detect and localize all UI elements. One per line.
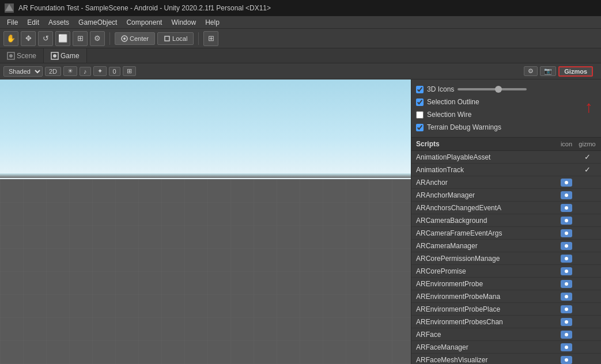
eye-icon[interactable]	[561, 229, 572, 237]
eye-icon[interactable]	[561, 356, 572, 364]
eye-icon[interactable]	[561, 255, 572, 263]
eye-icon[interactable]	[561, 343, 572, 351]
audio-btn[interactable]: ♪	[80, 67, 91, 76]
list-item[interactable]: AREnvironmentProbesChan	[411, 316, 601, 328]
menu-help[interactable]: Help	[201, 16, 224, 28]
3d-icons-slider[interactable]	[458, 88, 527, 90]
main-area: 3D Icons Selection Outline Selection Wir…	[0, 79, 601, 364]
gizmos-settings: 3D Icons Selection Outline Selection Wir…	[411, 79, 601, 138]
setting-3d-icons: 3D Icons	[416, 83, 596, 96]
list-item[interactable]: ARAnchorsChangedEventA	[411, 202, 601, 214]
list-item[interactable]: ARAnchor	[411, 176, 601, 189]
checkbox-selection-wire[interactable]	[416, 111, 424, 119]
col-gizmo-label: gizmo	[578, 141, 596, 147]
scene-toolbar: Shaded 2D ☀ ♪ ✦ 0 ⊞ ⚙ 📷 Gizmos	[0, 63, 601, 79]
setting-selection-wire: Selection Wire	[416, 108, 596, 121]
menu-assets[interactable]: Assets	[44, 16, 74, 28]
tab-game[interactable]: Game	[44, 48, 87, 63]
svg-point-5	[9, 54, 13, 58]
pivot-local-btn[interactable]: Local	[157, 32, 194, 45]
shading-dropdown[interactable]: Shaded	[3, 66, 43, 77]
pivot-center-btn[interactable]: Center	[115, 32, 155, 45]
checkbox-selection-outline[interactable]	[416, 98, 424, 106]
col-icon-label: icon	[557, 141, 576, 147]
list-item[interactable]: AnimationTrack ✓	[411, 164, 601, 176]
fx-btn[interactable]: ✦	[93, 66, 107, 76]
scene-grid	[0, 179, 411, 364]
checkbox-3d-icons[interactable]	[416, 86, 424, 93]
eye-icon[interactable]	[561, 280, 572, 288]
list-item[interactable]: ARFaceMeshVisualizer	[411, 354, 601, 364]
script-icons: ✓	[557, 153, 596, 161]
script-icons: ✓	[557, 165, 596, 174]
menu-edit[interactable]: Edit	[22, 16, 44, 28]
eye-icon[interactable]	[561, 179, 572, 187]
svg-rect-3	[165, 36, 169, 41]
list-item[interactable]: ARAnchorManager	[411, 189, 601, 202]
hand-tool[interactable]: ✋	[3, 31, 18, 46]
eye-icon[interactable]	[561, 318, 572, 326]
2d-btn[interactable]: 2D	[45, 67, 61, 76]
eye-icon[interactable]	[561, 191, 572, 199]
titlebar: AR Foundation Test - SampleScene - Andro…	[0, 0, 601, 16]
menu-window[interactable]: Window	[167, 16, 201, 28]
list-item[interactable]: ARCameraFrameEventArgs	[411, 227, 601, 240]
camera-btn[interactable]: 📷	[540, 66, 556, 76]
menu-component[interactable]: Component	[122, 16, 167, 28]
setting-selection-outline: Selection Outline	[416, 96, 596, 108]
gizmos-btn[interactable]: Gizmos	[558, 66, 593, 77]
tab-scene[interactable]: Scene	[0, 48, 44, 63]
menu-gameobject[interactable]: GameObject	[74, 16, 122, 28]
gizmo-cell: ✓	[578, 165, 596, 174]
svg-point-7	[53, 54, 56, 58]
icon-cell	[557, 179, 576, 187]
setting-terrain-debug: Terrain Debug Warnings	[416, 121, 596, 134]
tabbar: Scene Game	[0, 48, 601, 63]
list-item[interactable]: ARFaceManager	[411, 341, 601, 354]
gizmos-panel: 3D Icons Selection Outline Selection Wir…	[411, 79, 601, 364]
list-item[interactable]: AREnvironmentProbePlace	[411, 303, 601, 316]
extra-tool[interactable]: ⊞	[203, 31, 218, 46]
list-item[interactable]: ARCorePromise	[411, 265, 601, 278]
svg-marker-0	[5, 4, 13, 11]
rect-tool[interactable]: ⊞	[73, 31, 88, 46]
eye-icon[interactable]	[561, 204, 572, 212]
list-item[interactable]: AnimationPlayableAsset ✓	[411, 151, 601, 164]
eye-icon[interactable]	[561, 305, 572, 313]
list-item[interactable]: AREnvironmentProbe	[411, 278, 601, 290]
settings-btn[interactable]: ⚙	[524, 66, 538, 76]
list-item[interactable]: ARCorePermissionManage	[411, 252, 601, 265]
eye-icon[interactable]	[561, 293, 572, 301]
transform-tool[interactable]: ⚙	[90, 31, 105, 46]
scripts-list[interactable]: AnimationPlayableAsset ✓ AnimationTrack …	[411, 151, 601, 364]
grid-btn[interactable]: ⊞	[123, 66, 136, 76]
light-btn[interactable]: ☀	[63, 66, 77, 76]
scale-tool[interactable]: ⬜	[55, 31, 70, 46]
toolbar: ✋ ✥ ↺ ⬜ ⊞ ⚙ Center Local ⊞	[0, 29, 601, 48]
svg-point-2	[123, 37, 126, 40]
rotate-tool[interactable]: ↺	[38, 31, 53, 46]
eye-icon[interactable]	[561, 267, 572, 275]
sky-bg	[0, 79, 411, 179]
menubar: File Edit Assets GameObject Component Wi…	[0, 16, 601, 29]
move-tool[interactable]: ✥	[21, 31, 36, 46]
scripts-header: Scripts icon gizmo	[411, 138, 601, 151]
gizmo-cell: ✓	[578, 153, 596, 161]
scripts-title: Scripts	[416, 140, 440, 148]
eye-icon[interactable]	[561, 242, 572, 250]
scene-view	[0, 79, 411, 364]
checkbox-terrain-debug[interactable]	[416, 124, 424, 131]
eye-icon[interactable]	[561, 217, 572, 225]
list-item[interactable]: ARCameraManager	[411, 240, 601, 252]
menu-file[interactable]: File	[2, 16, 22, 28]
list-item[interactable]: ARFace	[411, 328, 601, 341]
resolution-btn[interactable]: 0	[109, 67, 120, 76]
red-arrow-annotation: ↑	[585, 98, 593, 116]
list-item[interactable]: ARCameraBackground	[411, 214, 601, 227]
separator-2	[198, 32, 199, 45]
eye-icon[interactable]	[561, 331, 572, 339]
list-item[interactable]: AREnvironmentProbeMana	[411, 290, 601, 303]
unity-logo	[5, 3, 14, 13]
slider-container	[458, 88, 596, 90]
separator-1	[109, 32, 110, 45]
